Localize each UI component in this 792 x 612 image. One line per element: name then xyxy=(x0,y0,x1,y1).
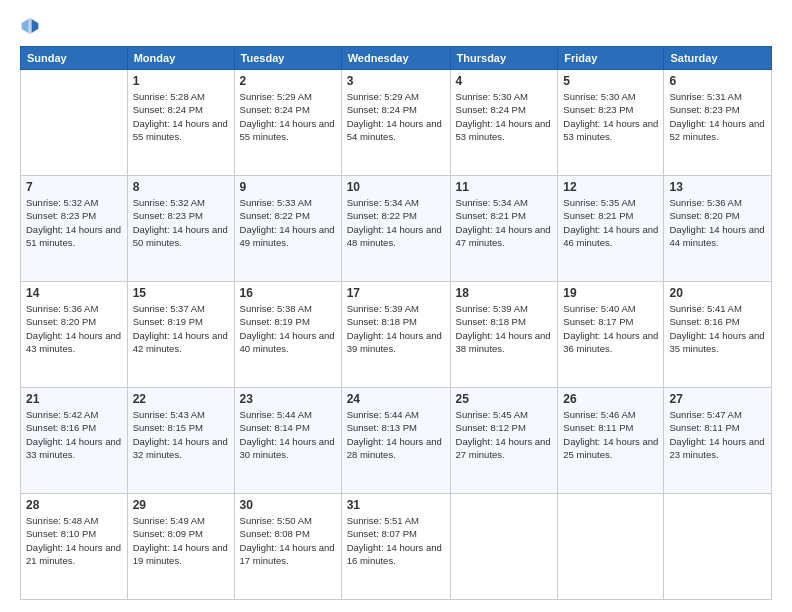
daylight-label: Daylight: 14 hours and 46 minutes. xyxy=(563,224,658,248)
day-number: 31 xyxy=(347,498,445,512)
calendar-cell: 14 Sunrise: 5:36 AM Sunset: 8:20 PM Dayl… xyxy=(21,282,128,388)
day-info: Sunrise: 5:32 AM Sunset: 8:23 PM Dayligh… xyxy=(26,196,122,249)
calendar-cell: 24 Sunrise: 5:44 AM Sunset: 8:13 PM Dayl… xyxy=(341,388,450,494)
day-info: Sunrise: 5:43 AM Sunset: 8:15 PM Dayligh… xyxy=(133,408,229,461)
sunrise-label: Sunrise: 5:37 AM xyxy=(133,303,205,314)
calendar-cell xyxy=(450,494,558,600)
day-number: 30 xyxy=(240,498,336,512)
daylight-label: Daylight: 14 hours and 52 minutes. xyxy=(669,118,764,142)
daylight-label: Daylight: 14 hours and 53 minutes. xyxy=(563,118,658,142)
calendar-cell: 21 Sunrise: 5:42 AM Sunset: 8:16 PM Dayl… xyxy=(21,388,128,494)
day-info: Sunrise: 5:44 AM Sunset: 8:14 PM Dayligh… xyxy=(240,408,336,461)
daylight-label: Daylight: 14 hours and 40 minutes. xyxy=(240,330,335,354)
sunset-label: Sunset: 8:24 PM xyxy=(133,104,203,115)
day-number: 25 xyxy=(456,392,553,406)
sunrise-label: Sunrise: 5:32 AM xyxy=(133,197,205,208)
day-number: 14 xyxy=(26,286,122,300)
day-info: Sunrise: 5:36 AM Sunset: 8:20 PM Dayligh… xyxy=(26,302,122,355)
calendar-cell: 5 Sunrise: 5:30 AM Sunset: 8:23 PM Dayli… xyxy=(558,70,664,176)
day-info: Sunrise: 5:29 AM Sunset: 8:24 PM Dayligh… xyxy=(347,90,445,143)
calendar-cell: 11 Sunrise: 5:34 AM Sunset: 8:21 PM Dayl… xyxy=(450,176,558,282)
sunrise-label: Sunrise: 5:28 AM xyxy=(133,91,205,102)
sunrise-label: Sunrise: 5:30 AM xyxy=(456,91,528,102)
day-info: Sunrise: 5:34 AM Sunset: 8:22 PM Dayligh… xyxy=(347,196,445,249)
daylight-label: Daylight: 14 hours and 53 minutes. xyxy=(456,118,551,142)
day-number: 9 xyxy=(240,180,336,194)
calendar-cell: 10 Sunrise: 5:34 AM Sunset: 8:22 PM Dayl… xyxy=(341,176,450,282)
day-number: 5 xyxy=(563,74,658,88)
sunset-label: Sunset: 8:18 PM xyxy=(347,316,417,327)
sunrise-label: Sunrise: 5:29 AM xyxy=(347,91,419,102)
sunset-label: Sunset: 8:22 PM xyxy=(240,210,310,221)
sunset-label: Sunset: 8:11 PM xyxy=(563,422,633,433)
day-info: Sunrise: 5:32 AM Sunset: 8:23 PM Dayligh… xyxy=(133,196,229,249)
day-number: 12 xyxy=(563,180,658,194)
daylight-label: Daylight: 14 hours and 19 minutes. xyxy=(133,542,228,566)
daylight-label: Daylight: 14 hours and 48 minutes. xyxy=(347,224,442,248)
day-number: 28 xyxy=(26,498,122,512)
day-info: Sunrise: 5:45 AM Sunset: 8:12 PM Dayligh… xyxy=(456,408,553,461)
calendar-cell: 17 Sunrise: 5:39 AM Sunset: 8:18 PM Dayl… xyxy=(341,282,450,388)
day-number: 17 xyxy=(347,286,445,300)
calendar-cell: 26 Sunrise: 5:46 AM Sunset: 8:11 PM Dayl… xyxy=(558,388,664,494)
calendar-cell: 16 Sunrise: 5:38 AM Sunset: 8:19 PM Dayl… xyxy=(234,282,341,388)
sunrise-label: Sunrise: 5:34 AM xyxy=(456,197,528,208)
day-info: Sunrise: 5:39 AM Sunset: 8:18 PM Dayligh… xyxy=(347,302,445,355)
daylight-label: Daylight: 14 hours and 16 minutes. xyxy=(347,542,442,566)
day-number: 23 xyxy=(240,392,336,406)
sunset-label: Sunset: 8:23 PM xyxy=(669,104,739,115)
daylight-label: Daylight: 14 hours and 49 minutes. xyxy=(240,224,335,248)
sunset-label: Sunset: 8:24 PM xyxy=(240,104,310,115)
sunrise-label: Sunrise: 5:42 AM xyxy=(26,409,98,420)
calendar-cell: 29 Sunrise: 5:49 AM Sunset: 8:09 PM Dayl… xyxy=(127,494,234,600)
calendar-cell: 18 Sunrise: 5:39 AM Sunset: 8:18 PM Dayl… xyxy=(450,282,558,388)
sunrise-label: Sunrise: 5:38 AM xyxy=(240,303,312,314)
daylight-label: Daylight: 14 hours and 42 minutes. xyxy=(133,330,228,354)
day-info: Sunrise: 5:48 AM Sunset: 8:10 PM Dayligh… xyxy=(26,514,122,567)
sunrise-label: Sunrise: 5:48 AM xyxy=(26,515,98,526)
day-info: Sunrise: 5:31 AM Sunset: 8:23 PM Dayligh… xyxy=(669,90,766,143)
sunset-label: Sunset: 8:08 PM xyxy=(240,528,310,539)
sunrise-label: Sunrise: 5:39 AM xyxy=(456,303,528,314)
day-info: Sunrise: 5:50 AM Sunset: 8:08 PM Dayligh… xyxy=(240,514,336,567)
day-info: Sunrise: 5:29 AM Sunset: 8:24 PM Dayligh… xyxy=(240,90,336,143)
weekday-header-saturday: Saturday xyxy=(664,47,772,70)
weekday-header-sunday: Sunday xyxy=(21,47,128,70)
calendar-cell: 30 Sunrise: 5:50 AM Sunset: 8:08 PM Dayl… xyxy=(234,494,341,600)
day-info: Sunrise: 5:28 AM Sunset: 8:24 PM Dayligh… xyxy=(133,90,229,143)
daylight-label: Daylight: 14 hours and 39 minutes. xyxy=(347,330,442,354)
calendar-cell xyxy=(21,70,128,176)
day-info: Sunrise: 5:37 AM Sunset: 8:19 PM Dayligh… xyxy=(133,302,229,355)
daylight-label: Daylight: 14 hours and 17 minutes. xyxy=(240,542,335,566)
daylight-label: Daylight: 14 hours and 54 minutes. xyxy=(347,118,442,142)
logo-icon xyxy=(20,16,40,36)
day-number: 20 xyxy=(669,286,766,300)
sunset-label: Sunset: 8:10 PM xyxy=(26,528,96,539)
daylight-label: Daylight: 14 hours and 51 minutes. xyxy=(26,224,121,248)
daylight-label: Daylight: 14 hours and 33 minutes. xyxy=(26,436,121,460)
day-number: 1 xyxy=(133,74,229,88)
weekday-header-monday: Monday xyxy=(127,47,234,70)
daylight-label: Daylight: 14 hours and 44 minutes. xyxy=(669,224,764,248)
day-number: 18 xyxy=(456,286,553,300)
sunset-label: Sunset: 8:20 PM xyxy=(669,210,739,221)
day-info: Sunrise: 5:47 AM Sunset: 8:11 PM Dayligh… xyxy=(669,408,766,461)
calendar-cell: 27 Sunrise: 5:47 AM Sunset: 8:11 PM Dayl… xyxy=(664,388,772,494)
weekday-header-tuesday: Tuesday xyxy=(234,47,341,70)
day-number: 2 xyxy=(240,74,336,88)
sunrise-label: Sunrise: 5:39 AM xyxy=(347,303,419,314)
sunrise-label: Sunrise: 5:51 AM xyxy=(347,515,419,526)
sunset-label: Sunset: 8:16 PM xyxy=(26,422,96,433)
sunset-label: Sunset: 8:20 PM xyxy=(26,316,96,327)
day-info: Sunrise: 5:36 AM Sunset: 8:20 PM Dayligh… xyxy=(669,196,766,249)
calendar-cell: 2 Sunrise: 5:29 AM Sunset: 8:24 PM Dayli… xyxy=(234,70,341,176)
daylight-label: Daylight: 14 hours and 30 minutes. xyxy=(240,436,335,460)
day-number: 7 xyxy=(26,180,122,194)
sunset-label: Sunset: 8:22 PM xyxy=(347,210,417,221)
daylight-label: Daylight: 14 hours and 38 minutes. xyxy=(456,330,551,354)
weekday-header-wednesday: Wednesday xyxy=(341,47,450,70)
day-number: 3 xyxy=(347,74,445,88)
day-info: Sunrise: 5:35 AM Sunset: 8:21 PM Dayligh… xyxy=(563,196,658,249)
daylight-label: Daylight: 14 hours and 50 minutes. xyxy=(133,224,228,248)
sunset-label: Sunset: 8:14 PM xyxy=(240,422,310,433)
